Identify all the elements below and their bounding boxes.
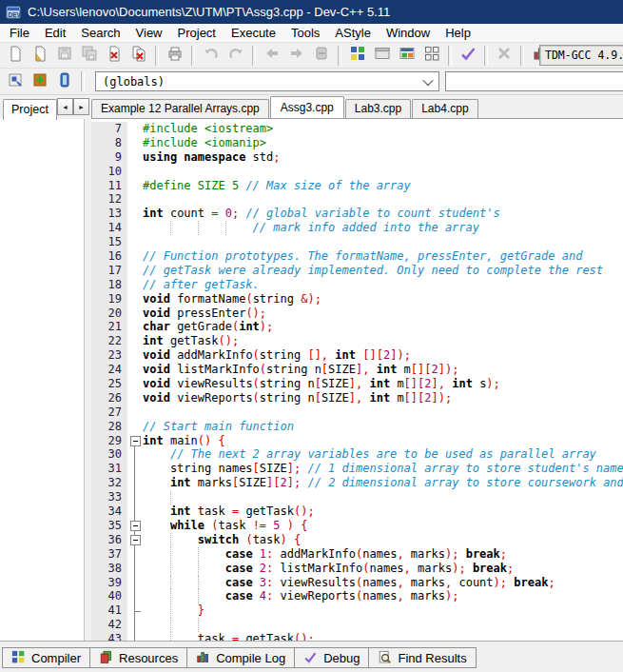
line-number: 21 (91, 320, 127, 334)
fold-margin (127, 306, 143, 321)
editor-tab-lab4-cpp[interactable]: Lab4.cpp (412, 99, 477, 118)
undo-button[interactable] (199, 44, 224, 67)
code-text: case 3: viewResults(names, marks, count)… (143, 576, 623, 590)
line-number: 11 (91, 179, 127, 193)
code-line: 10 (91, 165, 623, 179)
rebuild-button[interactable] (419, 44, 444, 67)
back-button[interactable] (260, 44, 284, 67)
rebuild-icon (423, 45, 440, 66)
run-button[interactable] (370, 44, 395, 67)
open-file-button[interactable] (28, 44, 52, 67)
menu-help[interactable]: Help (438, 25, 478, 41)
compiler-tab-icon (11, 650, 27, 665)
compiler-select-combo[interactable]: TDM-GCC 4.9. (539, 45, 623, 66)
fold-margin (127, 334, 143, 348)
line-number: 37 (91, 547, 127, 562)
print-button[interactable] (163, 44, 187, 67)
project-tree-panel[interactable] (0, 119, 85, 641)
code-text (143, 165, 623, 179)
close-file-button[interactable] (102, 44, 127, 67)
editor-tab-lab3-cpp[interactable]: Lab3.cpp (345, 99, 411, 118)
fold-margin (127, 576, 143, 590)
fold-margin (127, 618, 143, 632)
debug-tab-icon (303, 650, 319, 665)
bottom-tab-compile-log[interactable]: Compile Log (186, 647, 295, 668)
code-line: 11#define SIZE 5 // Max size of the arra… (91, 179, 623, 193)
code-line: 21char getGrade(int); (91, 320, 623, 334)
code-text (143, 235, 623, 249)
bottom-tab-label: Find Results (398, 651, 466, 665)
member-combo[interactable] (445, 71, 623, 91)
fold-margin (127, 462, 143, 476)
fold-margin (127, 589, 143, 603)
code-text: // after getTask. (143, 278, 623, 292)
code-text: while (task != 5 ) { (143, 519, 623, 533)
toggle-bookmark-button[interactable] (28, 70, 52, 93)
code-text: // The next 2 array variables are to be … (143, 447, 623, 462)
menu-window[interactable]: Window (379, 25, 438, 41)
menu-tools[interactable]: Tools (283, 25, 327, 41)
tab-scroll-left-button[interactable]: ◄ (57, 98, 73, 115)
line-number: 30 (91, 447, 127, 462)
line-number: 38 (91, 562, 127, 576)
menu-bar: FileEditSearchViewProjectExecuteToolsASt… (0, 24, 623, 43)
code-line: 24void listMarkInfo(string n[SIZE], int … (91, 363, 623, 377)
line-number: 26 (91, 391, 127, 405)
forward-button[interactable] (284, 44, 309, 67)
code-text: #include <iomanip> (143, 136, 623, 150)
redo-button[interactable] (224, 44, 248, 67)
fold-toggle-icon[interactable] (130, 521, 141, 531)
goto-line-button[interactable] (309, 44, 334, 67)
compile-run-button[interactable] (395, 44, 419, 67)
editor-tab-assg3-cpp[interactable]: Assg3.cpp (270, 96, 344, 119)
fold-margin (127, 447, 143, 462)
goto-bookmark-button[interactable] (52, 70, 77, 93)
syntax-check-button[interactable] (456, 44, 480, 67)
fold-toggle-icon[interactable] (130, 535, 141, 545)
new-file-button[interactable] (3, 44, 28, 67)
code-text: int count = 0; // global variable to cou… (143, 207, 623, 221)
insert-button[interactable] (3, 70, 28, 93)
class-browser-combo[interactable]: (globals) (95, 71, 439, 91)
menu-astyle[interactable]: AStyle (327, 25, 379, 41)
code-line: 39 case 3: viewResults(names, marks, cou… (91, 576, 623, 590)
fold-toggle-icon[interactable] (130, 436, 141, 446)
close-all-button[interactable] (127, 44, 151, 67)
menu-edit[interactable]: Edit (37, 25, 73, 41)
fold-margin (127, 235, 143, 249)
line-number: 41 (91, 603, 127, 618)
line-number: 40 (91, 589, 127, 603)
line-number: 43 (91, 632, 127, 641)
tab-project[interactable]: Project (3, 99, 57, 120)
code-line: 14 // mark info added into the array (91, 221, 623, 235)
tab-band: Project ◄ ► Example 12 Parallel Arrays.c… (0, 95, 623, 119)
bottom-tab-debug[interactable]: Debug (294, 647, 369, 668)
compiler-select-value: TDM-GCC 4.9. (545, 49, 623, 62)
panel-splitter[interactable] (85, 119, 91, 641)
menu-file[interactable]: File (2, 25, 37, 41)
menu-execute[interactable]: Execute (224, 25, 283, 41)
code-editor[interactable]: 7#include <iostream>8#include <iomanip>9… (91, 119, 623, 641)
code-line: 38 case 2: listMarkInfo(names, marks); b… (91, 562, 623, 576)
code-text: #include <iostream> (143, 122, 623, 136)
save-button[interactable] (52, 44, 77, 67)
line-number: 25 (91, 377, 127, 391)
code-line: 7#include <iostream> (91, 122, 623, 136)
compile-button[interactable] (345, 44, 370, 67)
line-number: 15 (91, 235, 127, 249)
compile-run-icon (399, 45, 416, 66)
code-text (143, 192, 623, 207)
bottom-tab-compiler[interactable]: Compiler (2, 647, 90, 668)
editor-tab-example-12-parallel-arrays-cpp[interactable]: Example 12 Parallel Arrays.cpp (91, 99, 269, 118)
line-number: 32 (91, 476, 127, 490)
abort-button[interactable] (492, 44, 516, 67)
menu-project[interactable]: Project (170, 25, 224, 41)
menu-view[interactable]: View (128, 25, 170, 41)
line-number: 18 (91, 278, 127, 292)
bottom-tab-resources[interactable]: Resources (89, 647, 187, 668)
tab-scroll-right-button[interactable]: ► (73, 98, 89, 115)
save-all-button[interactable] (77, 44, 102, 67)
bottom-tab-find-results[interactable]: Find Results (368, 647, 476, 668)
redo-icon (227, 45, 244, 66)
menu-search[interactable]: Search (73, 25, 127, 41)
